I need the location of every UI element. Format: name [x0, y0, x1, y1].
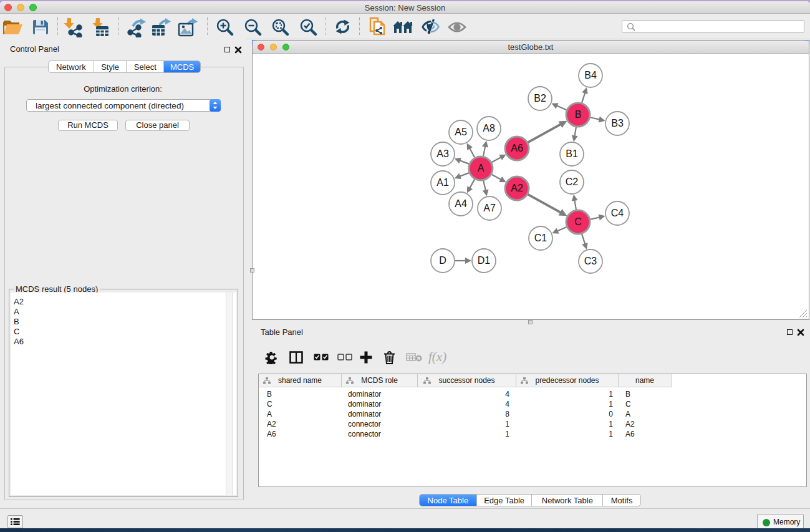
- svg-text:C: C: [574, 216, 582, 227]
- svg-text:D: D: [439, 255, 446, 266]
- svg-text:C4: C4: [611, 208, 624, 218]
- svg-text:D1: D1: [478, 255, 491, 266]
- svg-text:A7: A7: [483, 203, 496, 213]
- svg-text:C1: C1: [534, 233, 547, 243]
- svg-text:A2: A2: [511, 183, 523, 193]
- svg-text:B4: B4: [584, 70, 597, 80]
- svg-text:A1: A1: [436, 177, 449, 188]
- svg-text:A5: A5: [455, 127, 467, 137]
- svg-text:B: B: [575, 109, 582, 120]
- svg-text:B1: B1: [566, 148, 578, 159]
- svg-text:C2: C2: [566, 177, 579, 187]
- svg-text:A3: A3: [436, 148, 449, 159]
- svg-text:C3: C3: [584, 256, 597, 266]
- svg-text:A8: A8: [483, 123, 495, 133]
- svg-text:A4: A4: [455, 198, 467, 209]
- svg-text:A6: A6: [511, 143, 523, 153]
- svg-text:A: A: [478, 163, 485, 173]
- svg-text:B2: B2: [534, 93, 546, 104]
- svg-text:B3: B3: [611, 118, 624, 128]
